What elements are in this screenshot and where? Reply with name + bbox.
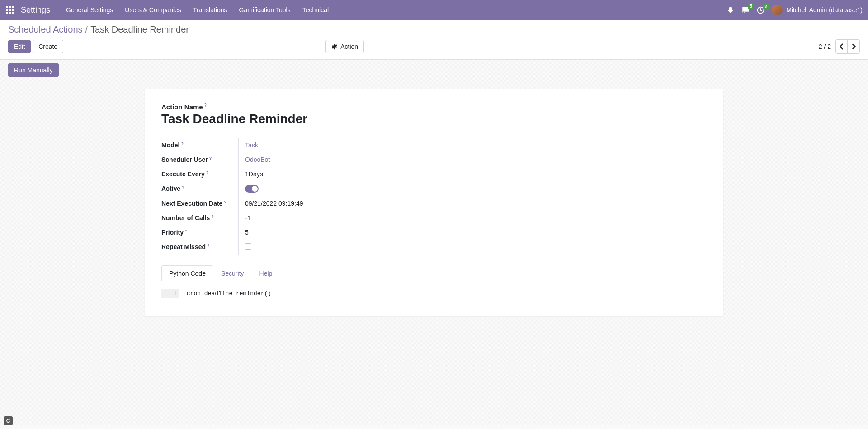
pager: 2 / 2 <box>819 39 860 54</box>
gear-icon <box>331 43 338 50</box>
action-name-value: Task Deadline Reminder <box>161 112 707 126</box>
label-next-execution: Next Execution Date? <box>161 196 238 211</box>
form-sheet: Action Name Task Deadline Reminder Model… <box>145 89 723 316</box>
top-menu: General Settings Users & Companies Trans… <box>60 0 335 20</box>
run-manually-button[interactable]: Run Manually <box>8 63 59 77</box>
tab-python-code[interactable]: Python Code <box>161 265 213 281</box>
python-code-editor: 1 _cron_deadline_reminder() <box>161 289 707 298</box>
menu-gamification-tools[interactable]: Gamification Tools <box>233 0 297 20</box>
svg-rect-2 <box>12 6 14 8</box>
value-model: Task <box>238 138 707 152</box>
menu-technical[interactable]: Technical <box>297 0 335 20</box>
label-model: Model? <box>161 138 238 152</box>
svg-rect-8 <box>12 12 14 14</box>
value-repeat-missed <box>238 240 707 255</box>
value-execute-every: 1Days <box>238 167 707 181</box>
svg-rect-5 <box>12 9 14 11</box>
menu-general-settings[interactable]: General Settings <box>60 0 119 20</box>
label-scheduler-user: Scheduler User? <box>161 152 238 167</box>
messages-icon[interactable]: 5 <box>741 6 750 14</box>
activities-badge: 2 <box>763 4 769 10</box>
breadcrumb-parent[interactable]: Scheduled Actions <box>8 24 83 34</box>
action-button-label: Action <box>340 43 358 50</box>
app-name[interactable]: Settings <box>21 5 50 15</box>
breadcrumb-current: Task Deadline Reminder <box>90 24 189 34</box>
svg-rect-1 <box>9 6 11 8</box>
value-scheduler-user: OdooBot <box>238 152 707 167</box>
svg-rect-4 <box>9 9 11 11</box>
tab-security[interactable]: Security <box>213 265 252 281</box>
navbar-right: 5 2 Mitchell Admin (database1) <box>727 5 863 15</box>
action-dropdown-button[interactable]: Action <box>326 40 364 53</box>
label-execute-every: Execute Every? <box>161 167 238 181</box>
pager-prev-button[interactable] <box>836 40 848 53</box>
apps-icon[interactable] <box>5 5 14 14</box>
control-panel: Scheduled Actions/Task Deadline Reminder… <box>0 20 868 60</box>
action-name-label: Action Name <box>161 103 707 111</box>
pager-text: 2 / 2 <box>819 43 831 50</box>
menu-users-companies[interactable]: Users & Companies <box>119 0 187 20</box>
svg-rect-7 <box>9 12 11 14</box>
svg-rect-0 <box>6 6 8 8</box>
main-navbar: Settings General Settings Users & Compan… <box>0 0 868 20</box>
active-toggle[interactable] <box>245 185 259 193</box>
repeat-missed-checkbox[interactable] <box>245 243 251 250</box>
notebook-tabs: Python Code Security Help <box>161 265 707 281</box>
create-button[interactable]: Create <box>33 40 63 53</box>
user-name: Mitchell Admin (database1) <box>786 6 863 14</box>
svg-rect-3 <box>6 9 8 11</box>
label-active: Active? <box>161 181 238 196</box>
content-area[interactable]: Run Manually Action Name Task Deadline R… <box>0 60 868 425</box>
svg-rect-6 <box>6 12 8 14</box>
corner-badge-icon[interactable]: C <box>4 416 13 425</box>
value-active <box>238 181 707 196</box>
status-bar: Run Manually <box>0 60 868 80</box>
scheduler-user-link[interactable]: OdooBot <box>245 156 270 163</box>
code-line-content: _cron_deadline_reminder() <box>179 289 275 298</box>
breadcrumb-separator: / <box>85 24 88 34</box>
user-menu[interactable]: Mitchell Admin (database1) <box>772 5 863 15</box>
activities-icon[interactable]: 2 <box>757 6 764 14</box>
code-line-number: 1 <box>161 289 179 298</box>
user-avatar-icon <box>772 5 783 15</box>
model-link[interactable]: Task <box>245 141 258 149</box>
label-repeat-missed: Repeat Missed? <box>161 240 238 255</box>
messages-badge: 5 <box>748 3 755 9</box>
tab-help[interactable]: Help <box>252 265 280 281</box>
label-number-of-calls: Number of Calls? <box>161 211 238 225</box>
pager-next-button[interactable] <box>848 40 859 53</box>
menu-translations[interactable]: Translations <box>187 0 233 20</box>
form-fields: Model? Task Scheduler User? OdooBot Exec… <box>161 138 707 255</box>
value-priority: 5 <box>238 225 707 240</box>
edit-button[interactable]: Edit <box>8 40 31 53</box>
debug-icon[interactable] <box>727 6 734 14</box>
breadcrumb: Scheduled Actions/Task Deadline Reminder <box>8 24 860 35</box>
value-number-of-calls: -1 <box>238 211 707 225</box>
value-next-execution: 09/21/2022 09:19:49 <box>238 196 707 211</box>
label-priority: Priority? <box>161 225 238 240</box>
control-buttons-row: Edit Create Action 2 / 2 <box>8 39 860 54</box>
